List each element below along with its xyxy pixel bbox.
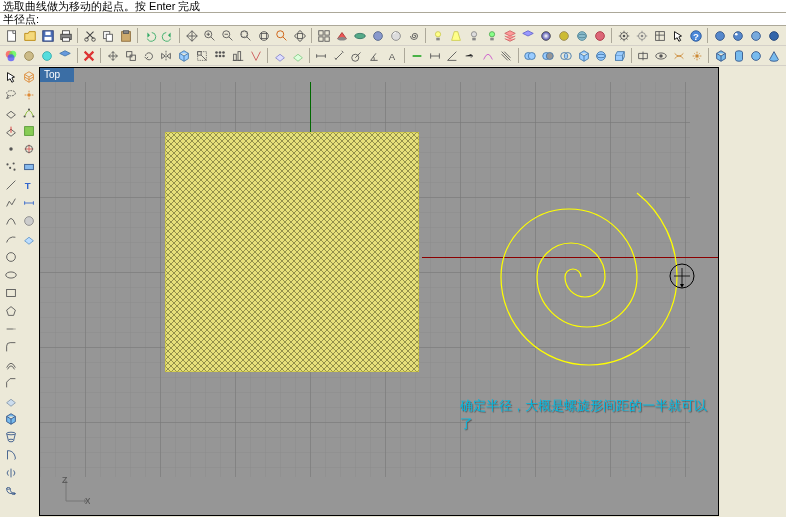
box-prim-icon[interactable] bbox=[712, 47, 729, 64]
arc-icon[interactable] bbox=[2, 230, 19, 247]
chamfer-icon[interactable] bbox=[2, 374, 19, 391]
fillet-icon[interactable] bbox=[2, 338, 19, 355]
zoom-window-icon[interactable] bbox=[237, 27, 254, 44]
move-icon[interactable] bbox=[104, 47, 121, 64]
bulb-green-icon[interactable] bbox=[483, 27, 500, 44]
explode-icon[interactable] bbox=[688, 47, 705, 64]
circle-icon[interactable] bbox=[2, 248, 19, 265]
rgb-icon[interactable] bbox=[3, 47, 20, 64]
explode-orange-icon[interactable] bbox=[20, 86, 37, 103]
print-icon[interactable] bbox=[57, 27, 74, 44]
redo-icon[interactable] bbox=[159, 27, 176, 44]
zoom-out-icon[interactable] bbox=[219, 27, 236, 44]
options-icon[interactable] bbox=[633, 27, 650, 44]
dim-linear-icon[interactable] bbox=[313, 47, 330, 64]
rect-icon[interactable] bbox=[2, 284, 19, 301]
extrude-icon[interactable] bbox=[611, 47, 628, 64]
named-view-icon[interactable] bbox=[351, 27, 368, 44]
transform-icon[interactable] bbox=[20, 140, 37, 157]
spotlight-icon[interactable] bbox=[447, 27, 464, 44]
layer-blue-icon[interactable] bbox=[57, 47, 74, 64]
sweep-icon[interactable] bbox=[2, 446, 19, 463]
box3-icon[interactable] bbox=[2, 410, 19, 427]
spiral-curve-object[interactable] bbox=[453, 162, 693, 377]
ellipse-icon[interactable] bbox=[2, 266, 19, 283]
environment-icon[interactable] bbox=[573, 27, 590, 44]
polygon-icon[interactable] bbox=[2, 302, 19, 319]
orient-icon[interactable] bbox=[247, 47, 264, 64]
text-tool-icon[interactable]: A bbox=[384, 47, 401, 64]
viewport[interactable]: Top bbox=[39, 67, 719, 516]
analyze-dist-icon[interactable] bbox=[426, 47, 443, 64]
cut-icon[interactable] bbox=[81, 27, 98, 44]
line-icon[interactable] bbox=[2, 176, 19, 193]
light-icon[interactable] bbox=[429, 27, 446, 44]
color-ball-icon[interactable] bbox=[591, 27, 608, 44]
save-icon[interactable] bbox=[39, 27, 56, 44]
pan-icon[interactable] bbox=[183, 27, 200, 44]
cylinder-icon[interactable] bbox=[730, 47, 747, 64]
command-input[interactable] bbox=[41, 14, 783, 25]
area-blue-icon[interactable] bbox=[20, 158, 37, 175]
layers-icon[interactable] bbox=[501, 27, 518, 44]
curve-icon[interactable] bbox=[2, 212, 19, 229]
bool-diff-icon[interactable] bbox=[539, 47, 556, 64]
rotate-obj-icon[interactable] bbox=[140, 47, 157, 64]
open-icon[interactable] bbox=[21, 27, 38, 44]
polyline-icon[interactable] bbox=[2, 194, 19, 211]
spiral-tool-icon[interactable] bbox=[405, 27, 422, 44]
join-icon[interactable] bbox=[671, 47, 688, 64]
layer-hsv-icon[interactable] bbox=[21, 47, 38, 64]
copy-obj-icon[interactable] bbox=[122, 47, 139, 64]
four-view-icon[interactable] bbox=[315, 27, 332, 44]
zoom-in-icon[interactable] bbox=[201, 27, 218, 44]
pointer-icon[interactable] bbox=[2, 68, 19, 85]
mirror-icon[interactable] bbox=[158, 47, 175, 64]
sphere-prim-icon[interactable] bbox=[748, 47, 765, 64]
extend-icon[interactable] bbox=[2, 320, 19, 337]
surface-edit-icon[interactable] bbox=[20, 230, 37, 247]
point-icon[interactable] bbox=[2, 140, 19, 157]
dim-aligned-icon[interactable] bbox=[331, 47, 348, 64]
blue-sphere-2-icon[interactable] bbox=[729, 27, 746, 44]
analyze-angle-icon[interactable] bbox=[444, 47, 461, 64]
cplane-set-icon[interactable] bbox=[271, 47, 288, 64]
box-edit-icon[interactable] bbox=[176, 47, 193, 64]
layer-state-icon[interactable] bbox=[519, 27, 536, 44]
dim-radius-icon[interactable] bbox=[349, 47, 366, 64]
bool-union-icon[interactable] bbox=[522, 47, 539, 64]
align-icon[interactable] bbox=[229, 47, 246, 64]
split-icon[interactable] bbox=[635, 47, 652, 64]
mesh-icon[interactable] bbox=[20, 68, 37, 85]
render-icon[interactable] bbox=[387, 27, 404, 44]
bulb-off-icon[interactable] bbox=[465, 27, 482, 44]
pointson-icon[interactable] bbox=[20, 104, 37, 121]
viewport-canvas[interactable]: 确定半径，大概是螺旋形间距的一半就可以了 x z bbox=[40, 82, 718, 515]
shade-icon[interactable] bbox=[369, 27, 386, 44]
points-icon[interactable] bbox=[2, 158, 19, 175]
blue-sphere-1-icon[interactable] bbox=[711, 27, 728, 44]
scale-icon[interactable] bbox=[194, 47, 211, 64]
lasso-icon[interactable] bbox=[2, 86, 19, 103]
text-icon[interactable]: T bbox=[20, 176, 37, 193]
sphere-solid-icon[interactable] bbox=[593, 47, 610, 64]
annotation-icon[interactable] bbox=[20, 194, 37, 211]
curvature-icon[interactable] bbox=[480, 47, 497, 64]
rotate-view-icon[interactable] bbox=[291, 27, 308, 44]
render-small-icon[interactable] bbox=[20, 212, 37, 229]
help-icon[interactable]: ? bbox=[687, 27, 704, 44]
set-view-icon[interactable] bbox=[333, 27, 350, 44]
new-icon[interactable] bbox=[3, 27, 20, 44]
cplane-world-icon[interactable] bbox=[289, 47, 306, 64]
zebra-icon[interactable] bbox=[498, 47, 515, 64]
blue-sphere-3-icon[interactable] bbox=[747, 27, 764, 44]
offset-icon[interactable] bbox=[2, 356, 19, 373]
dim-angle-icon[interactable] bbox=[367, 47, 384, 64]
blue-sphere-4-icon[interactable] bbox=[765, 27, 782, 44]
show-hide-icon[interactable] bbox=[653, 47, 670, 64]
zoom-extents-icon[interactable] bbox=[255, 27, 272, 44]
analyze-dir-icon[interactable] bbox=[462, 47, 479, 64]
cone-prim-icon[interactable] bbox=[766, 47, 783, 64]
arrow-select-icon[interactable] bbox=[669, 27, 686, 44]
zoom-selected-icon[interactable] bbox=[273, 27, 290, 44]
